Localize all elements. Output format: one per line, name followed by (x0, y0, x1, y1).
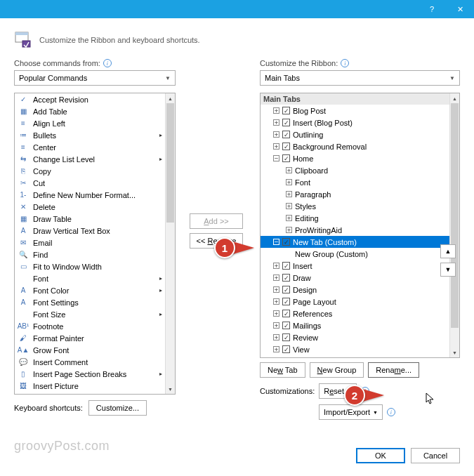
tree-item[interactable]: +✓Background Removal (261, 140, 449, 152)
expander-icon[interactable]: + (273, 107, 279, 114)
command-item[interactable]: ⎘Copy (15, 165, 165, 177)
scrollbar[interactable]: ▲ ▼ (165, 93, 175, 394)
command-item[interactable]: ▯Insert Page Section Breaks▸ (15, 368, 165, 380)
expander-icon[interactable]: − (273, 155, 279, 161)
new-group-button[interactable]: New Group (310, 362, 364, 378)
expander-icon[interactable]: + (273, 131, 279, 138)
expander-icon[interactable]: − (273, 239, 279, 245)
expander-icon[interactable]: + (273, 346, 279, 352)
expander-icon[interactable]: + (286, 227, 292, 233)
checkbox[interactable]: ✓ (282, 345, 290, 353)
import-export-dropdown[interactable]: Import/Export▼ (319, 404, 383, 420)
scroll-up-icon[interactable]: ▲ (166, 93, 175, 103)
close-button[interactable]: ✕ (446, 0, 474, 18)
scrollbar[interactable]: ▲ ▼ (449, 93, 459, 357)
command-item[interactable]: ✓Accept Revision (15, 93, 165, 105)
expander-icon[interactable]: + (273, 263, 279, 269)
command-item[interactable]: ≡Align Left (15, 117, 165, 129)
info-icon[interactable]: i (103, 59, 112, 67)
expander-icon[interactable]: + (273, 322, 279, 329)
command-item[interactable]: ⇆Change List Level▸ (15, 153, 165, 165)
command-item[interactable]: AB¹Footnote (15, 320, 165, 332)
checkbox[interactable]: ✓ (282, 298, 290, 305)
tree-item[interactable]: +Paragraph (261, 188, 449, 200)
scroll-thumb[interactable] (166, 103, 174, 223)
rename-button[interactable]: Rename... (368, 362, 419, 378)
command-item[interactable]: 🖼Insert Picture (15, 380, 165, 392)
tree-item[interactable]: +✓Design (261, 284, 449, 296)
tree-item[interactable]: New Group (Custom) (261, 248, 449, 260)
expander-icon[interactable]: + (273, 310, 279, 317)
tree-item[interactable]: −✓Home (261, 152, 449, 164)
command-item[interactable]: AFont Settings (15, 296, 165, 308)
tree-item[interactable]: −✓New Tab (Custom) (261, 236, 449, 248)
ok-button[interactable]: OK (356, 448, 405, 463)
checkbox[interactable]: ✓ (282, 119, 290, 126)
expander-icon[interactable]: + (273, 286, 279, 293)
tree-item[interactable]: +✓Page Layout (261, 296, 449, 308)
expander-icon[interactable]: + (273, 119, 279, 126)
expander-icon[interactable]: + (286, 215, 292, 221)
command-item[interactable]: ✂Cut (15, 177, 165, 189)
command-item[interactable]: ADraw Vertical Text Box (15, 225, 165, 237)
tree-item[interactable]: +Editing (261, 212, 449, 224)
command-item[interactable]: Font Size▸ (15, 308, 165, 320)
commands-listbox[interactable]: ✓Accept Revision▦Add Table≡Align Left≔Bu… (14, 93, 176, 395)
move-down-button[interactable]: ▼ (440, 263, 456, 277)
scroll-up-icon[interactable]: ▲ (450, 93, 459, 103)
command-item[interactable]: 🔍Find (15, 249, 165, 260)
tree-item[interactable]: +✓Insert (Blog Post) (261, 117, 449, 128)
scroll-down-icon[interactable]: ▼ (450, 348, 459, 357)
command-item[interactable]: 💬Insert Comment (15, 356, 165, 368)
tree-item[interactable]: +Font (261, 176, 449, 188)
checkbox[interactable]: ✓ (282, 262, 290, 270)
command-item[interactable]: Font▸ (15, 272, 165, 284)
checkbox[interactable]: ✓ (282, 310, 290, 317)
checkbox[interactable]: ✓ (282, 322, 290, 329)
scroll-thumb[interactable] (451, 103, 459, 328)
tree-item[interactable]: +✓View (261, 343, 449, 355)
info-icon[interactable]: i (341, 59, 349, 67)
choose-commands-dropdown[interactable]: Popular Commands▼ (14, 70, 176, 86)
customize-keyboard-button[interactable]: Customize... (88, 400, 147, 416)
expander-icon[interactable]: + (273, 298, 279, 305)
tree-item[interactable]: +✓Draw (261, 272, 449, 284)
tree-item[interactable]: +Clipboard (261, 164, 449, 176)
tree-item[interactable]: +Styles (261, 200, 449, 212)
expander-icon[interactable]: + (286, 167, 292, 173)
scroll-down-icon[interactable]: ▼ (166, 384, 175, 394)
command-item[interactable]: ✉Email (15, 237, 165, 249)
expander-icon[interactable]: + (273, 275, 279, 281)
command-item[interactable]: ▦Add Table (15, 105, 165, 117)
tree-item[interactable]: +✓References (261, 308, 449, 319)
expander-icon[interactable]: + (273, 334, 279, 341)
command-item[interactable]: AInsert Text Box (15, 392, 165, 394)
checkbox[interactable]: ✓ (282, 107, 290, 114)
checkbox[interactable]: ✓ (282, 286, 290, 293)
command-item[interactable]: AFont Color▸ (15, 284, 165, 296)
expander-icon[interactable]: + (286, 203, 292, 209)
command-item[interactable]: 1-Define New Number Format... (15, 189, 165, 201)
add-button[interactable]: Add >> (190, 213, 243, 229)
command-item[interactable]: 🖌Format Painter (15, 332, 165, 344)
checkbox[interactable]: ✓ (282, 131, 290, 138)
command-item[interactable]: ≡Center (15, 141, 165, 153)
command-item[interactable]: ✕Delete (15, 201, 165, 213)
command-item[interactable]: ▦Draw Table (15, 213, 165, 225)
checkbox[interactable]: ✓ (282, 274, 290, 282)
tree-item[interactable]: +✓Blog Post (261, 105, 449, 117)
expander-icon[interactable]: + (286, 179, 292, 185)
info-icon[interactable]: i (387, 408, 395, 416)
checkbox[interactable]: ✓ (282, 154, 290, 162)
tree-item[interactable]: +ProWritingAid (261, 224, 449, 236)
new-tab-button[interactable]: New Tab (260, 362, 305, 378)
tree-item[interactable]: +✓Outlining (261, 128, 449, 140)
customize-ribbon-dropdown[interactable]: Main Tabs▼ (260, 70, 460, 86)
command-item[interactable]: ▭Fit to Window Width (15, 260, 165, 272)
checkbox[interactable]: ✓ (282, 143, 290, 150)
expander-icon[interactable]: + (273, 143, 279, 150)
move-up-button[interactable]: ▲ (440, 244, 456, 258)
command-item[interactable]: A▲Grow Font (15, 344, 165, 356)
checkbox[interactable]: ✓ (282, 238, 290, 246)
tree-item[interactable]: +✓Mailings (261, 319, 449, 331)
